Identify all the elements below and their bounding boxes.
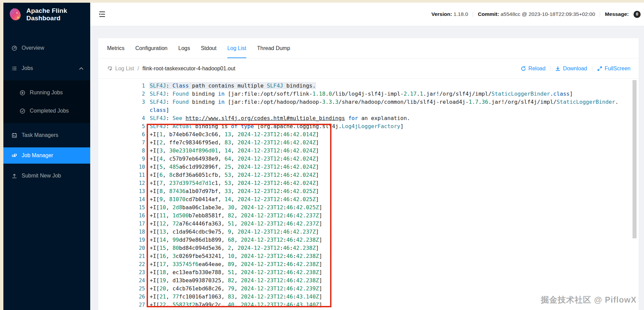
- line-number: 21: [98, 252, 150, 260]
- log-toolbar: Log List / flink-root-taskexecutor-4-had…: [98, 58, 639, 79]
- scrollbar-thumb[interactable]: [633, 80, 637, 238]
- breadcrumb: Log List / flink-root-taskexecutor-4-had…: [107, 66, 235, 72]
- log-line: 10+I[5, 485a6c1d992896f, 25, 2024-12-23T…: [98, 163, 639, 171]
- log-line: 5SLF4J: Actual binding is of type [org.a…: [98, 122, 639, 130]
- sidebar-item-label: Submit New Job: [22, 173, 61, 179]
- log-line: 2SLF4J: Found binding in [jar:file:/opt/…: [98, 90, 639, 98]
- log-line: 3SLF4J: Found binding in [jar:file:/opt/…: [98, 98, 639, 114]
- reload-button[interactable]: Reload: [521, 66, 546, 72]
- commit-label: Commit:: [478, 11, 499, 17]
- log-line: 6+I[1, b74eb674e0c3c66, 13, 2024-12-23T1…: [98, 130, 639, 139]
- tab-logs[interactable]: Logs: [178, 38, 190, 58]
- tab-log-list[interactable]: Log List: [227, 38, 246, 58]
- log-line: 1SLF4J: Class path contains multiple SLF…: [98, 82, 639, 90]
- log-line: 25+I[20, c4cb761ebd68c26, 79, 2024-12-23…: [98, 285, 639, 293]
- sidebar-menu: OverviewJobsRunning JobsCompleted JobsTa…: [3, 26, 90, 184]
- tab-thread-dump[interactable]: Thread Dump: [257, 38, 290, 58]
- cluster-icon: [11, 153, 17, 159]
- log-line: 7+I[2, ffe7c98346f95ed, 83, 2024-12-23T1…: [98, 139, 639, 147]
- app-title: Apache Flink Dashboard: [26, 7, 85, 22]
- line-number: 2: [98, 90, 150, 98]
- breadcrumb-loglist[interactable]: Log List: [107, 66, 134, 72]
- line-number: 6: [98, 130, 150, 139]
- line-number: 1: [98, 82, 150, 90]
- upload-icon: [11, 173, 17, 179]
- line-number: 9: [98, 155, 150, 163]
- log-line: 22+I[17, 335745f6ea64eae, 89, 2024-12-23…: [98, 260, 639, 268]
- schedule-icon: [11, 133, 17, 138]
- line-number: 19: [98, 236, 150, 244]
- log-line: 20+I[15, 80bd84c094d5e36, 2, 2024-12-23T…: [98, 244, 639, 252]
- sidebar-item-job-manager[interactable]: Job Manager: [3, 147, 90, 164]
- download-button[interactable]: Download: [555, 66, 587, 72]
- fullscreen-label: FullScreen: [605, 66, 630, 72]
- reload-label: Reload: [528, 66, 546, 72]
- log-line: 16+I[11, 1d500b7ebb8581f, 82, 2024-12-23…: [98, 212, 639, 220]
- line-number: 24: [98, 277, 150, 285]
- line-number: 12: [98, 179, 150, 187]
- line-number: 17: [98, 220, 150, 228]
- window-edge-top: [0, 0, 644, 3]
- tab-configuration[interactable]: Configuration: [135, 38, 168, 58]
- line-number: 13: [98, 187, 150, 195]
- line-number: 8: [98, 147, 150, 155]
- sidebar-item-completed-jobs[interactable]: Completed Jobs: [3, 103, 90, 119]
- jobmanager-panel: MetricsConfigurationLogsStdoutLog ListTh…: [98, 38, 639, 310]
- log-line: 23+I[18, ec13eafb330e788, 51, 2024-12-23…: [98, 268, 639, 277]
- reload-icon: [521, 66, 526, 71]
- build-info: Version: 1.18.0 Commit: a5548cc @ 2023-1…: [431, 11, 641, 18]
- watermark: 掘金技术社区 @ PiflowX: [541, 294, 637, 305]
- menu-fold-icon[interactable]: [98, 10, 106, 18]
- sidebar-item-jobs[interactable]: Jobs: [3, 60, 90, 76]
- log-line: 24+I[19, d13bea093870325, 82, 2024-12-23…: [98, 277, 639, 285]
- line-number: 3: [98, 98, 150, 114]
- log-line: 19+I[14, 99dd79e86d1b899, 68, 2024-12-23…: [98, 236, 639, 244]
- log-line: 14+I[9, 81070cd7b0414af, 14, 2024-12-23T…: [98, 195, 639, 204]
- sidebar: Apache Flink Dashboard OverviewJobsRunni…: [3, 3, 90, 310]
- sidebar-item-label: Running Jobs: [30, 90, 63, 96]
- line-number: 27: [98, 301, 150, 309]
- sidebar-item-running-jobs[interactable]: Running Jobs: [3, 85, 90, 101]
- line-number: 15: [98, 204, 150, 212]
- log-line: 8+I[3, 30e23104f896d01, 14, 2024-12-23T1…: [98, 147, 639, 155]
- fullscreen-button[interactable]: FullScreen: [597, 66, 630, 72]
- line-number: 5: [98, 122, 150, 130]
- version-value: 1.18.0: [453, 11, 468, 17]
- log-line: 18+I[13, c1da964cdbc9e75, 9, 2024-12-23T…: [98, 228, 639, 236]
- message-count-badge[interactable]: 0: [634, 11, 641, 18]
- window-edge-left: [0, 0, 3, 310]
- line-number: 26: [98, 293, 150, 301]
- tab-metrics[interactable]: Metrics: [107, 38, 125, 58]
- log-editor[interactable]: 1SLF4J: Class path contains multiple SLF…: [98, 79, 639, 310]
- line-number: 14: [98, 195, 150, 204]
- line-number: 18: [98, 228, 150, 236]
- line-number: 20: [98, 244, 150, 252]
- header-divider: [600, 12, 600, 17]
- commit-value: a5548cc @ 2023-10-18T22:09:35+02:00: [500, 11, 595, 17]
- line-number: 4: [98, 114, 150, 122]
- log-line: 21+I[16, 3c0269fbe543241, 10, 2024-12-23…: [98, 252, 639, 260]
- sidebar-item-overview[interactable]: Overview: [3, 40, 90, 56]
- log-line: 17+I[12, 72a76c4446fa363, 51, 2024-12-23…: [98, 220, 639, 228]
- tab-stdout[interactable]: Stdout: [201, 38, 216, 58]
- play-circle-icon: [20, 90, 25, 96]
- log-line: 9+I[4, c57b97eb64938e9, 64, 2024-12-23T1…: [98, 155, 639, 163]
- sidebar-item-label: Completed Jobs: [30, 108, 69, 114]
- line-number: 22: [98, 260, 150, 268]
- sidebar-item-submit-new-job[interactable]: Submit New Job: [3, 168, 90, 184]
- sidebar-item-task-managers[interactable]: Task Managers: [3, 127, 90, 143]
- action-divider: [550, 66, 550, 71]
- log-line: 4SLF4J: See http://www.slf4j.org/codes.h…: [98, 114, 639, 122]
- sidebar-item-label: Job Manager: [22, 152, 53, 159]
- app-logo-row[interactable]: Apache Flink Dashboard: [3, 3, 90, 26]
- rollback-icon: [107, 66, 113, 71]
- check-circle-icon: [20, 108, 25, 114]
- sidebar-item-label: Jobs: [22, 65, 33, 71]
- version-label: Version:: [431, 11, 452, 17]
- download-label: Download: [563, 66, 587, 72]
- fullscreen-icon: [597, 66, 602, 71]
- sidebar-item-label: Task Managers: [22, 132, 58, 138]
- line-number: 7: [98, 139, 150, 147]
- log-line: 11+I[6, 8c8df36a6051cfb, 53, 2024-12-23T…: [98, 171, 639, 179]
- log-rows: 1SLF4J: Class path contains multiple SLF…: [98, 79, 639, 309]
